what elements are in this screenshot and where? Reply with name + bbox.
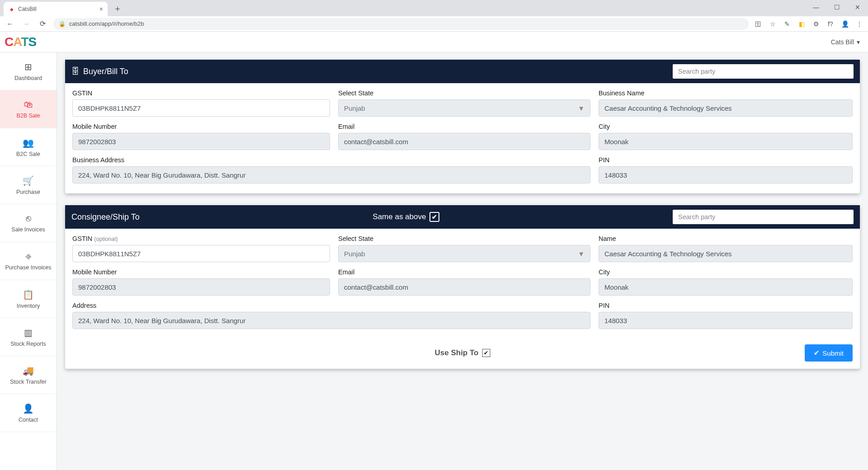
check-icon: ✔	[814, 349, 820, 357]
sidebar-item-sale-invoices[interactable]: ⎋ Sale Invoices	[0, 204, 57, 242]
sidebar-item-purchase[interactable]: 🛒 Purchase	[0, 166, 57, 204]
sidebar-item-label: Dashboard	[14, 75, 42, 81]
consignee-card-body: GSTIN (optional) Select State Punjab ▼	[65, 229, 860, 339]
minimize-button[interactable]: —	[806, 0, 826, 14]
import-icon: ⎆	[26, 251, 31, 262]
label-business-name: Business Name	[599, 89, 853, 97]
submit-button[interactable]: ✔ Submit	[805, 344, 853, 362]
menu-icon[interactable]: ⋮	[855, 20, 863, 28]
label-city: City	[599, 123, 853, 130]
ext3-icon[interactable]: ⚙	[812, 20, 820, 28]
sidebar-item-label: Inventory	[17, 303, 40, 309]
browser-tab[interactable]: ◆ CatsBill ×	[4, 2, 108, 16]
consignee-card-header: Consignee/Ship To Same as above	[65, 205, 860, 229]
maximize-button[interactable]: ☐	[826, 0, 847, 14]
chevron-down-icon: ▼	[578, 250, 585, 258]
sidebar-item-inventory[interactable]: 📋 Inventory	[0, 280, 57, 318]
label-address: Business Address	[72, 156, 590, 164]
label-city: City	[599, 268, 853, 276]
select-value: Punjab	[344, 104, 365, 112]
select-value: Punjab	[344, 250, 365, 258]
report-icon: ▥	[24, 327, 33, 338]
new-tab-button[interactable]: +	[111, 3, 124, 15]
consignee-email-input[interactable]	[338, 278, 590, 296]
sidebar-item-b2c-sale[interactable]: 👥 B2C Sale	[0, 128, 57, 166]
use-ship-checkbox[interactable]	[482, 349, 490, 357]
user-menu[interactable]: Cats Bill ▾	[831, 38, 860, 46]
sidebar-item-label: Purchase Invoices	[5, 264, 51, 271]
sidebar-item-label: Stock Reports	[10, 341, 46, 347]
sidebar-item-stock-transfer[interactable]: 🚚 Stock Transfer	[0, 356, 57, 394]
sidebar-item-label: Purchase	[16, 189, 40, 195]
use-ship-to-toggle: Use Ship To	[435, 348, 491, 357]
buyer-city-input[interactable]	[599, 133, 853, 150]
sidebar-item-label: B2B Sale	[16, 113, 40, 119]
sidebar: ⊞ Dashboard 🛍 B2B Sale 👥 B2C Sale 🛒 Purc…	[0, 52, 57, 470]
same-as-above-label: Same as above	[373, 212, 426, 221]
profile-icon[interactable]: 👤	[841, 20, 849, 28]
truck-icon: 🚚	[23, 365, 34, 376]
buyer-state-select[interactable]: Punjab ▼	[338, 99, 590, 117]
label-gstin: GSTIN	[72, 89, 330, 97]
consignee-search-input[interactable]	[673, 210, 854, 224]
user-menu-label: Cats Bill	[831, 38, 854, 46]
sidebar-item-label: Contact	[19, 417, 38, 423]
people-icon: 👥	[23, 137, 34, 148]
sidebar-item-dashboard[interactable]: ⊞ Dashboard	[0, 52, 57, 90]
buyer-pin-input[interactable]	[599, 166, 853, 183]
close-window-button[interactable]: ✕	[847, 0, 868, 14]
buyer-search-input[interactable]	[673, 64, 854, 79]
url-field[interactable]: 🔒 catsbill.com/app/#/home/b2b	[53, 18, 749, 30]
sidebar-item-stock-reports[interactable]: ▥ Stock Reports	[0, 318, 57, 356]
back-button[interactable]: ←	[5, 20, 15, 28]
consignee-pin-input[interactable]	[599, 312, 853, 329]
buyer-gstin-input[interactable]	[72, 99, 330, 117]
label-gstin: GSTIN (optional)	[72, 235, 330, 242]
label-pin: PIN	[599, 302, 853, 309]
consignee-gstin-input[interactable]	[72, 245, 330, 262]
cart-icon: 🛒	[23, 175, 34, 186]
buyer-mobile-input[interactable]	[72, 133, 330, 150]
buyer-card-header: 🗄 Buyer/Bill To	[65, 60, 860, 83]
toolbar-right: ⚿ ☆ ✎ ◧ ⚙ f? 👤 ⋮	[754, 20, 863, 28]
ext2-icon[interactable]: ◧	[797, 20, 806, 28]
star-icon[interactable]: ☆	[769, 20, 777, 28]
chevron-down-icon: ▼	[578, 104, 585, 112]
buyer-card-body: GSTIN Select State Punjab ▼ Business Nam…	[65, 83, 860, 193]
consignee-header-title: Consignee/Ship To	[71, 212, 140, 222]
ext4-icon[interactable]: f?	[826, 20, 835, 28]
buyer-address-input[interactable]	[72, 166, 590, 183]
label-mobile: Mobile Number	[72, 268, 330, 276]
consignee-city-input[interactable]	[599, 278, 853, 296]
sidebar-item-contact[interactable]: 👤 Contact	[0, 394, 57, 432]
app-logo[interactable]: CATS	[5, 35, 36, 49]
consignee-state-select[interactable]: Punjab ▼	[338, 245, 590, 262]
sidebar-item-purchase-invoices[interactable]: ⎆ Purchase Invoices	[0, 242, 57, 280]
close-icon[interactable]: ×	[99, 5, 103, 13]
consignee-card: Consignee/Ship To Same as above GSTIN (o…	[65, 205, 860, 369]
consignee-search-wrap	[673, 210, 854, 224]
app-header: CATS Cats Bill ▾	[0, 32, 868, 52]
reload-button[interactable]: ⟳	[37, 19, 48, 28]
consignee-mobile-input[interactable]	[72, 278, 330, 296]
consignee-name-input[interactable]	[599, 245, 853, 262]
ext1-icon[interactable]: ✎	[783, 20, 791, 28]
buyer-email-input[interactable]	[338, 133, 590, 150]
window-controls: — ☐ ✕	[806, 0, 868, 14]
sidebar-item-b2b-sale[interactable]: 🛍 B2B Sale	[0, 90, 57, 128]
label-email: Email	[338, 268, 590, 276]
sidebar-item-label: Stock Transfer	[10, 379, 47, 385]
contact-icon: 👤	[23, 403, 34, 414]
key-icon[interactable]: ⚿	[754, 20, 762, 28]
consignee-address-input[interactable]	[72, 312, 590, 329]
grid-icon: ⊞	[24, 61, 32, 72]
forward-button[interactable]: →	[21, 20, 32, 28]
sidebar-item-label: Sale Invoices	[11, 226, 45, 233]
buyer-business-name-input[interactable]	[599, 99, 853, 117]
clipboard-icon: 📋	[23, 289, 34, 300]
buyer-search-wrap	[673, 64, 854, 79]
sidebar-item-label: B2C Sale	[16, 151, 40, 157]
same-as-above-checkbox[interactable]	[429, 212, 439, 222]
chevron-down-icon: ▾	[857, 38, 860, 46]
lock-icon: 🔒	[59, 21, 66, 27]
